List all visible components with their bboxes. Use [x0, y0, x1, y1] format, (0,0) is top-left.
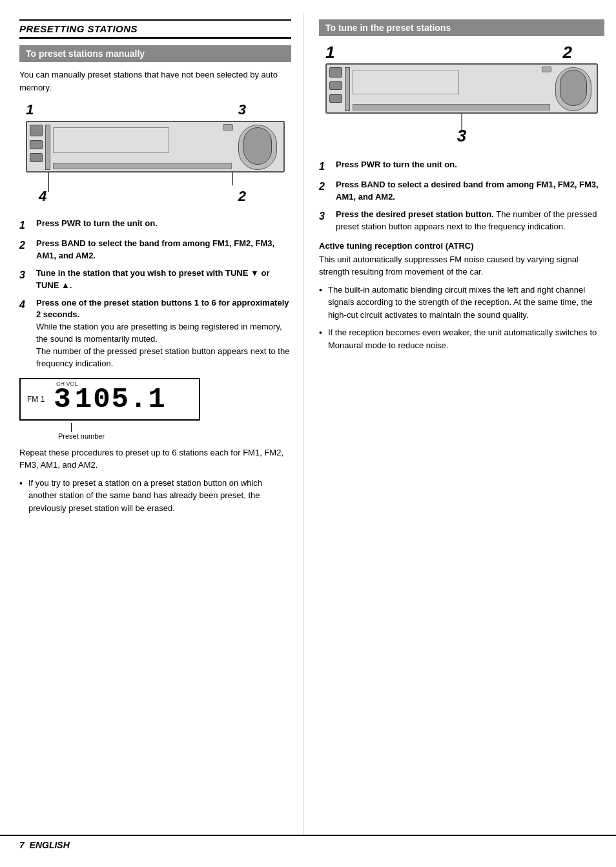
right-steps: 1 Press PWR to turn the unit on. 2 Press… [319, 159, 604, 233]
diagram-num4: 4 [39, 188, 46, 205]
display-box: FM 1 CH VOL 3 105.1 [19, 378, 200, 421]
display-ch-vol: CH VOL [56, 381, 78, 387]
atrc-body: This unit automatically suppresses FM no… [319, 253, 604, 278]
step-4: 4 Press one of the preset station button… [19, 297, 291, 370]
step-num-3: 3 [19, 267, 34, 292]
step-3: 3 Tune in the station that you wish to p… [19, 267, 291, 292]
section-title: PRESETTING STATIONS [19, 19, 291, 39]
atrc-bullet-text-1: The built-in automatic blending circuit … [328, 284, 604, 322]
diagram-num2: 2 [238, 188, 246, 205]
diagram-num3: 3 [238, 101, 246, 118]
display-diagram: FM 1 CH VOL 3 105.1 Preset number [19, 378, 291, 440]
right-step-3: 3 Press the desired preset station butto… [319, 209, 604, 233]
bullet-item-1: • If you try to preset a station on a pr… [19, 477, 291, 515]
display-fm: FM 1 [27, 395, 45, 404]
bullet-dot-1: • [19, 477, 28, 515]
right-num3: 3 [457, 126, 466, 145]
right-num1: 1 [325, 43, 334, 63]
right-step-2: 2 Press BAND to select a desired band fr… [319, 179, 604, 204]
preset-label: Preset number [58, 432, 291, 440]
diagram-num1: 1 [26, 101, 34, 118]
left-diagram: 1 3 [19, 101, 291, 205]
display-preset-num: 3 [54, 383, 72, 415]
step-2: 2 Press BAND to select the band from amo… [19, 238, 291, 262]
right-step-num-3: 3 [319, 209, 333, 233]
footer: 7 ENGLISH [0, 835, 616, 854]
atrc-title: Active tuning reception control (ATRC) [319, 241, 604, 251]
step-num-1: 1 [19, 218, 34, 233]
right-banner: To tune in the preset stations [319, 19, 604, 36]
step-num-4: 4 [19, 297, 34, 370]
bullet-text-1: If you try to preset a station on a pres… [28, 477, 291, 515]
display-freq: 105.1 [75, 383, 167, 415]
step-text-3: Tune in the station that you wish to pre… [36, 267, 291, 292]
right-step-text-3: Press the desired preset station button.… [336, 209, 604, 233]
right-step-num-1: 1 [319, 159, 333, 174]
right-diagram: 1 2 [319, 43, 604, 146]
atrc-bullet-text-2: If the reception becomes even weaker, th… [328, 326, 604, 351]
step-text-4: Press one of the preset station buttons … [36, 297, 291, 370]
repeat-text: Repeat these procedures to preset up to … [19, 446, 291, 472]
footer-text: 7 ENGLISH [19, 840, 70, 850]
atrc-bullet-1: • The built-in automatic blending circui… [319, 284, 604, 322]
right-num2: 2 [563, 43, 572, 63]
step-text-1: Press PWR to turn the unit on. [36, 218, 158, 233]
left-column: PRESETTING STATIONS To preset stations m… [0, 13, 303, 835]
right-step-1: 1 Press PWR to turn the unit on. [319, 159, 604, 174]
atrc-bullet-2: • If the reception becomes even weaker, … [319, 326, 604, 351]
right-column: To tune in the preset stations 1 2 [303, 13, 616, 835]
step-num-2: 2 [19, 238, 34, 262]
atrc-bullet-dot-2: • [319, 326, 328, 351]
right-step-text-2: Press BAND to select a desired band from… [336, 179, 604, 204]
right-step-text-1: Press PWR to turn the unit on. [336, 159, 457, 174]
left-steps: 1 Press PWR to turn the unit on. 2 Press… [19, 218, 291, 370]
right-step-num-2: 2 [319, 179, 333, 204]
left-banner: To preset stations manually [19, 45, 291, 62]
atrc-bullet-dot-1: • [319, 284, 328, 322]
intro-text: You can manually preset stations that ha… [19, 68, 291, 94]
step-text-2: Press BAND to select the band from among… [36, 238, 291, 262]
step-1: 1 Press PWR to turn the unit on. [19, 218, 291, 233]
